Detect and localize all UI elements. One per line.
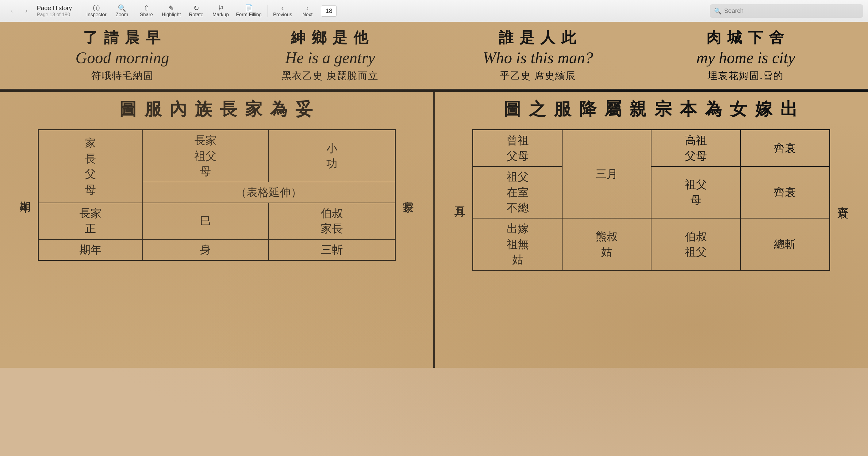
table-cell: 期年 (38, 239, 142, 260)
bottom-section: 圖 服 內 族 長 家 為 妥 期年 家長父母 長家祖父母 小功 （表格延伸） (0, 92, 868, 368)
left-family-table: 家長父母 長家祖父母 小功 （表格延伸） 長家正 巳 伯叔家長 (38, 129, 396, 261)
left-side-label-right: 家長 (401, 192, 416, 195)
share-icon: ⇧ (144, 5, 149, 12)
previous-button[interactable]: ‹ Previous (270, 2, 295, 20)
table-cell: 總斬 (740, 218, 830, 270)
chinese-bottom-3: 乎乙史 席史繽辰 (500, 69, 576, 83)
table-cell: 祖父母 (651, 166, 740, 218)
right-family-table: 曾祖父母 三月 高祖父母 齊衰 祖父在室不總 祖父母 齊衰 出嫁祖無姑 (472, 129, 830, 270)
english-1: Good morning (75, 48, 169, 67)
rotate-button[interactable]: ↻ Rotate (184, 2, 209, 20)
inspector-icon: ⓘ (93, 5, 100, 12)
phrase-col-4: 肉 城 下 舍 my home is city 埋哀花姆固.雪的 (642, 28, 850, 83)
zoom-label: Zoom (116, 12, 128, 17)
table-cell: 長家祖父母 (142, 130, 268, 182)
english-4: my home is city (696, 48, 795, 67)
chinese-top-3: 誰 是 人 此 (499, 28, 577, 47)
right-diagram-title: 圖 之 服 降 屬 親 宗 本 為 女 嫁 出 (504, 98, 799, 121)
phrase-col-3: 誰 是 人 此 Who is this man? 乎乙史 席史繽辰 (434, 28, 642, 83)
next-icon: › (306, 5, 309, 12)
rotate-label: Rotate (189, 12, 203, 17)
left-table-wrapper: 期年 家長父母 長家祖父母 小功 （表格延伸） 長家正 巳 (6, 126, 427, 261)
markup-icon: ⚐ (218, 5, 224, 12)
right-side-label-left: 五月 (452, 197, 467, 200)
table-cell: 小功 (268, 130, 395, 182)
markup-button[interactable]: ⚐ Markup (209, 2, 233, 20)
table-row: 家長父母 長家祖父母 小功 (38, 130, 395, 182)
table-cell: （表格延伸） (142, 182, 395, 203)
page-number-input[interactable] (321, 5, 337, 17)
diagram-right: 圖 之 服 降 屬 親 宗 本 為 女 嫁 出 五月 曾祖父母 三月 高祖父母 … (435, 92, 868, 368)
table-cell: 曾祖父母 (473, 130, 562, 166)
table-row: （表格延伸） (38, 182, 395, 203)
table-cell: 伯叔家長 (268, 203, 395, 239)
english-3: Who is this man? (483, 48, 593, 67)
top-section: 了 請 晨 早 Good morning 符哦特毛納固 紳 鄉 是 他 He i… (0, 22, 868, 90)
previous-icon: ‹ (282, 5, 284, 12)
right-side-label-right: 齊衰 (835, 197, 850, 200)
toolbar: ‹ › Page History Page 18 of 180 ⓘ Inspec… (0, 0, 868, 22)
form-filling-button[interactable]: 📄 Form Filling (233, 2, 265, 20)
pdf-area: 了 請 晨 早 Good morning 符哦特毛納固 紳 鄉 是 他 He i… (0, 22, 868, 456)
table-row: 祖父在室不總 祖父母 齊衰 (473, 166, 830, 218)
english-2: He is a gentry (285, 48, 375, 67)
page-input-area (319, 5, 338, 17)
highlight-icon: ✎ (168, 5, 174, 12)
previous-label: Previous (273, 12, 292, 17)
table-cell: 高祖父母 (651, 130, 740, 166)
search-icon: 🔍 (714, 7, 722, 15)
zoom-icon: 🔍 (118, 5, 126, 12)
zoom-button[interactable]: 🔍 Zoom (110, 2, 134, 20)
table-cell: 身 (142, 239, 268, 260)
table-cell: 齊衰 (740, 130, 830, 166)
highlight-button[interactable]: ✎ Highlight (159, 2, 184, 20)
diagram-left: 圖 服 內 族 長 家 為 妥 期年 家長父母 長家祖父母 小功 （表格延伸） (0, 92, 435, 368)
table-cell: 伯叔祖父 (651, 218, 740, 270)
toolbar-right: 🔍 (710, 4, 863, 18)
chinese-top-2: 紳 鄉 是 他 (291, 28, 369, 47)
search-box[interactable]: 🔍 (710, 4, 863, 18)
separator-2 (267, 5, 268, 17)
table-cell: 祖父在室不總 (473, 166, 562, 218)
nav-buttons: ‹ › (5, 4, 33, 18)
markup-label: Markup (213, 12, 229, 17)
left-diagram-title: 圖 服 內 族 長 家 為 妥 (119, 98, 314, 121)
chinese-bottom-2: 黑衣乙史 庚琵脫而立 (282, 69, 378, 83)
right-table-wrapper: 五月 曾祖父母 三月 高祖父母 齊衰 祖父在室不總 祖父母 齊衰 (441, 126, 862, 270)
tool-group-left: ⓘ Inspector 🔍 Zoom ⇧ Share ✎ Highlight ↻… (84, 2, 265, 20)
inspector-button[interactable]: ⓘ Inspector (84, 2, 110, 20)
pdf-page: 了 請 晨 早 Good morning 符哦特毛納固 紳 鄉 是 他 He i… (0, 22, 868, 456)
left-side-label-period: 期年 (18, 192, 33, 195)
page-history-area: Page History Page 18 of 180 (37, 4, 72, 18)
table-cell: 三月 (562, 130, 651, 218)
chinese-top-4: 肉 城 下 舍 (706, 28, 785, 47)
table-cell: 三斬 (268, 239, 395, 260)
table-cell: 家長父母 (38, 130, 142, 203)
page-history-label[interactable]: Page History (37, 4, 72, 12)
main-divider (0, 90, 868, 92)
share-label: Share (140, 12, 153, 17)
table-row: 曾祖父母 三月 高祖父母 齊衰 (473, 130, 830, 166)
page-info-label: Page 18 of 180 (37, 12, 70, 18)
highlight-label: Highlight (162, 12, 181, 17)
table-cell: 熊叔姑 (562, 218, 651, 270)
forward-button[interactable]: › (20, 4, 33, 18)
table-row: 長家正 巳 伯叔家長 (38, 203, 395, 239)
back-button[interactable]: ‹ (5, 4, 19, 18)
search-input[interactable] (724, 7, 859, 14)
form-filling-icon: 📄 (245, 5, 253, 12)
next-button[interactable]: › Next (295, 2, 319, 20)
table-cell: 齊衰 (740, 166, 830, 218)
table-cell: 長家正 (38, 203, 142, 239)
chinese-bottom-1: 符哦特毛納固 (91, 69, 154, 83)
separator-1 (81, 5, 81, 17)
share-button[interactable]: ⇧ Share (134, 2, 159, 20)
chinese-top-1: 了 請 晨 早 (83, 28, 162, 47)
inspector-label: Inspector (87, 12, 107, 17)
table-cell: 巳 (142, 203, 268, 239)
rotate-icon: ↻ (193, 5, 199, 12)
form-filling-label: Form Filling (236, 12, 262, 17)
table-row: 期年 身 三斬 (38, 239, 395, 260)
chinese-bottom-4: 埋哀花姆固.雪的 (708, 69, 784, 83)
phrase-col-2: 紳 鄉 是 他 He is a gentry 黑衣乙史 庚琵脫而立 (226, 28, 434, 83)
